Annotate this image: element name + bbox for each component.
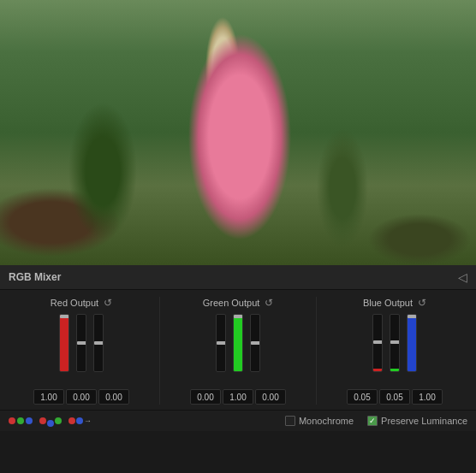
red-reset-button[interactable]: ↺ xyxy=(104,297,112,309)
blue-g-track xyxy=(390,314,400,372)
red-b-track xyxy=(93,314,104,372)
blue-b-slider[interactable] xyxy=(407,314,417,382)
red-dot xyxy=(9,417,15,424)
green-dot xyxy=(17,417,24,424)
green-r-slider[interactable] xyxy=(216,314,226,382)
green-g-fill xyxy=(234,315,242,371)
red-g-value[interactable] xyxy=(66,389,97,405)
red-r-fill xyxy=(60,315,68,371)
blue-values xyxy=(347,389,443,405)
blue-dot xyxy=(26,417,33,424)
blue-b-handle[interactable] xyxy=(408,315,417,318)
panel-header: RGB Mixer ◁ xyxy=(0,265,476,290)
blue-r-fill xyxy=(373,369,382,371)
blue-dot-2 xyxy=(47,420,54,427)
green-channel-header: Green Output ↺ xyxy=(165,297,311,309)
blue-g-handle[interactable] xyxy=(390,340,400,344)
red-g-handle[interactable] xyxy=(77,341,86,345)
red-r-slider[interactable] xyxy=(59,314,69,382)
green-r-track xyxy=(216,314,226,372)
panel-header-controls: ◁ xyxy=(458,270,467,284)
blue-r-handle[interactable] xyxy=(373,340,383,344)
green-r-value[interactable] xyxy=(190,389,221,405)
blue-reset-button[interactable]: ↺ xyxy=(418,297,426,309)
green-g-track xyxy=(233,314,243,372)
green-b-value[interactable] xyxy=(255,389,286,405)
rgb-mixer-panel: RGB Mixer ◁ Red Output ↺ xyxy=(0,265,476,431)
red-output-section: Red Output ↺ xyxy=(3,297,160,405)
blue-g-slider[interactable] xyxy=(390,314,400,382)
green-values xyxy=(190,389,286,405)
red-b-handle[interactable] xyxy=(94,341,104,345)
red-channel-header: Red Output ↺ xyxy=(9,297,154,309)
preserve-check-area: ✓ Preserve Luminance xyxy=(367,416,467,426)
red-b-value[interactable] xyxy=(98,389,129,405)
green-output-section: Green Output ↺ xyxy=(160,297,317,405)
bottom-icons: → xyxy=(9,417,92,425)
monochrome-check-area: Monochrome xyxy=(285,416,354,426)
green-reset-button[interactable]: ↺ xyxy=(265,297,273,309)
blue-r-track xyxy=(372,314,383,372)
blue-r-value[interactable] xyxy=(347,389,378,405)
blue-output-section: Blue Output ↺ xyxy=(317,297,473,405)
green-r-handle[interactable] xyxy=(217,341,226,345)
blue-channel-label: Blue Output xyxy=(363,298,413,308)
green-g-value[interactable] xyxy=(223,389,253,405)
red-channel-label: Red Output xyxy=(51,298,98,308)
blue-sliders xyxy=(372,314,417,382)
green-b-track xyxy=(250,314,260,372)
red-g-slider[interactable] xyxy=(76,314,86,382)
green-g-slider[interactable] xyxy=(233,314,243,382)
red-r-value[interactable] xyxy=(33,389,64,405)
photo-preview xyxy=(0,0,476,265)
blue-b-value[interactable] xyxy=(412,389,443,405)
blue-r-slider[interactable] xyxy=(372,314,383,382)
green-dot-2 xyxy=(55,417,62,424)
green-channel-label: Green Output xyxy=(203,298,260,308)
red-r-track xyxy=(59,314,69,372)
panel-title: RGB Mixer xyxy=(9,271,61,283)
blue-g-value[interactable] xyxy=(379,389,410,405)
red-sliders xyxy=(59,314,104,382)
arrow-icon: → xyxy=(84,417,92,425)
bottom-bar: → Monochrome ✓ Preserve Luminance xyxy=(0,410,476,431)
channels-container: Red Output ↺ xyxy=(0,290,476,410)
blue-b-track xyxy=(407,314,417,372)
red-dot-2 xyxy=(39,417,46,424)
preserve-label: Preserve Luminance xyxy=(381,416,467,426)
monochrome-checkbox[interactable] xyxy=(285,416,295,426)
blue-channel-header: Blue Output ↺ xyxy=(322,297,467,309)
green-b-handle[interactable] xyxy=(251,341,260,345)
red-dot-3 xyxy=(68,417,75,424)
monochrome-label: Monochrome xyxy=(299,416,354,426)
blue-b-fill xyxy=(408,315,416,371)
red-g-track xyxy=(76,314,86,372)
panel-collapse-button[interactable]: ◁ xyxy=(458,270,467,284)
preserve-checkbox[interactable]: ✓ xyxy=(367,416,378,426)
green-sliders xyxy=(216,314,260,382)
red-r-handle[interactable] xyxy=(60,315,69,318)
blue-g-fill xyxy=(390,369,399,371)
rgb-dot-icon-3: → xyxy=(68,417,92,425)
red-b-slider[interactable] xyxy=(93,314,104,382)
green-b-slider[interactable] xyxy=(250,314,260,382)
rgb-dot-icon-2 xyxy=(39,417,62,425)
blue-dot-3 xyxy=(76,417,83,424)
green-g-handle[interactable] xyxy=(234,315,243,318)
rgb-dot-icon-1 xyxy=(9,417,33,425)
red-values xyxy=(33,389,129,405)
